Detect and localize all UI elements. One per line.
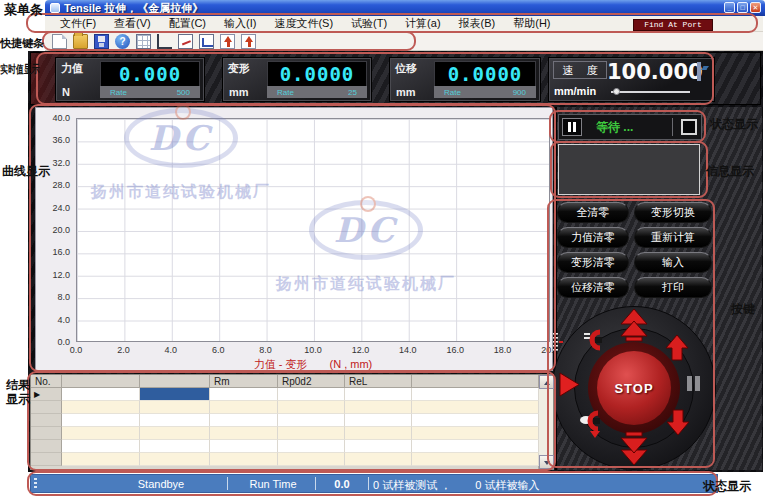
table-cell[interactable] <box>62 414 140 427</box>
table-cell[interactable] <box>412 414 539 427</box>
table-icon[interactable] <box>136 34 151 49</box>
y-axis-ticks: 40.036.032.028.024.020.016.012.08.04.00.… <box>32 118 72 342</box>
upper-clamp-icon[interactable] <box>584 332 602 348</box>
table-cell[interactable] <box>345 388 412 401</box>
table-cell[interactable] <box>62 453 140 466</box>
table-cell[interactable] <box>412 440 539 453</box>
menu-item[interactable]: 帮助(H) <box>504 16 559 31</box>
table-cell[interactable] <box>62 401 140 414</box>
table-cell[interactable] <box>140 388 210 401</box>
table-cell[interactable] <box>412 388 539 401</box>
jog-up-fast-button[interactable] <box>621 309 647 341</box>
menu-item[interactable]: 速度文件(S) <box>265 16 342 31</box>
table-scrollbar[interactable] <box>538 375 553 469</box>
menu-item[interactable]: 报表(B) <box>450 16 505 31</box>
table-cell[interactable] <box>210 401 278 414</box>
menu-item[interactable]: 输入(I) <box>215 16 265 31</box>
menu-item[interactable]: 计算(a) <box>396 16 449 31</box>
table-cell[interactable] <box>278 427 345 440</box>
table-cell[interactable] <box>140 401 210 414</box>
button-力值清零[interactable]: 力值清零 <box>557 227 629 248</box>
button-全清零[interactable]: 全清零 <box>557 202 629 223</box>
menu-item[interactable]: 试验(T) <box>342 16 396 31</box>
table-cell[interactable] <box>210 453 278 466</box>
table-cell[interactable] <box>412 453 539 466</box>
column-header <box>62 375 140 388</box>
lower-clamp-icon[interactable] <box>580 413 600 438</box>
chart-plot-area <box>76 118 550 342</box>
status-bar: Standbye Run Time 0.0 0 试样被测试 ，0 试样被输入 <box>30 474 718 493</box>
machine-status-text: 等待 ... <box>596 119 672 136</box>
jog-run-button[interactable] <box>560 373 579 396</box>
table-cell[interactable] <box>412 427 539 440</box>
table-cell[interactable] <box>62 388 140 401</box>
button-输入[interactable]: 输入 <box>634 252 712 273</box>
chart-icon[interactable] <box>178 34 193 49</box>
jog-pause-icon[interactable] <box>687 376 700 391</box>
maximize-button[interactable]: □ <box>737 2 748 13</box>
annotation-menu: 菜单条 <box>4 1 43 19</box>
table-cell[interactable] <box>62 440 140 453</box>
app-icon <box>50 3 60 13</box>
menu-item[interactable]: 配置(C) <box>160 16 215 31</box>
save-icon[interactable] <box>94 34 109 49</box>
table-cell[interactable] <box>210 427 278 440</box>
new-icon[interactable] <box>52 34 67 49</box>
jog-gauge-icon <box>553 333 563 351</box>
jog-down-fast-button[interactable] <box>621 432 647 465</box>
scroll-up-icon[interactable] <box>539 375 554 389</box>
speed-down-spinner[interactable] <box>699 62 701 81</box>
y-tick-label: 20.0 <box>32 225 70 235</box>
table-cell[interactable] <box>140 453 210 466</box>
scroll-down-icon[interactable] <box>539 455 554 469</box>
open-icon[interactable] <box>73 34 88 49</box>
table-cell[interactable] <box>278 388 345 401</box>
table-cell[interactable] <box>140 440 210 453</box>
stop-square-icon[interactable] <box>681 119 697 135</box>
report-icon[interactable] <box>199 34 214 49</box>
table-cell[interactable] <box>210 388 278 401</box>
displacement-unit: mm <box>396 86 416 98</box>
table-cell[interactable] <box>140 414 210 427</box>
table-cell[interactable] <box>345 414 412 427</box>
table-cell[interactable] <box>345 401 412 414</box>
y-tick-label: 24.0 <box>32 203 70 213</box>
table-cell[interactable] <box>278 453 345 466</box>
minimize-button[interactable]: _ <box>724 2 735 13</box>
table-cell[interactable] <box>345 453 412 466</box>
speed-slider-handle[interactable] <box>613 88 620 95</box>
run-time-value: 0.0 <box>319 478 365 490</box>
annotation-realtime: 实时值显示 <box>0 62 40 77</box>
button-变形切换[interactable]: 变形切换 <box>634 202 712 223</box>
machine-status-row: 等待 ... <box>558 114 702 140</box>
axes-icon[interactable] <box>157 34 172 49</box>
x-tick-label: 16.0 <box>440 345 470 355</box>
button-重新计算[interactable]: 重新计算 <box>634 227 712 248</box>
table-cell[interactable] <box>278 401 345 414</box>
import-icon[interactable] <box>241 34 256 49</box>
table-cell[interactable] <box>278 414 345 427</box>
button-变形清零[interactable]: 变形清零 <box>557 252 629 273</box>
table-cell[interactable] <box>210 414 278 427</box>
table-cell[interactable] <box>278 440 345 453</box>
close-button[interactable]: ✕ <box>750 2 761 13</box>
jog-up-button[interactable] <box>666 335 688 360</box>
table-cell[interactable] <box>345 440 412 453</box>
table-cell[interactable] <box>140 427 210 440</box>
screenshot-root: { "annotations": { "menu": "菜单条", "toolb… <box>0 0 767 500</box>
button-位移清零[interactable]: 位移清零 <box>557 277 629 298</box>
table-cell[interactable] <box>345 427 412 440</box>
menu-item[interactable]: 查看(V) <box>105 16 160 31</box>
menu-item[interactable]: 文件(F) <box>51 16 105 31</box>
divider <box>368 477 369 490</box>
jog-down-button[interactable] <box>667 410 689 435</box>
pause-icon[interactable] <box>562 118 582 136</box>
export-icon[interactable] <box>220 34 235 49</box>
speed-slider[interactable] <box>611 91 690 93</box>
x-tick-label: 18.0 <box>488 345 518 355</box>
table-cell[interactable] <box>412 401 539 414</box>
button-打印[interactable]: 打印 <box>634 277 712 298</box>
table-cell[interactable] <box>210 440 278 453</box>
table-cell[interactable] <box>62 427 140 440</box>
help-icon[interactable] <box>115 34 130 49</box>
